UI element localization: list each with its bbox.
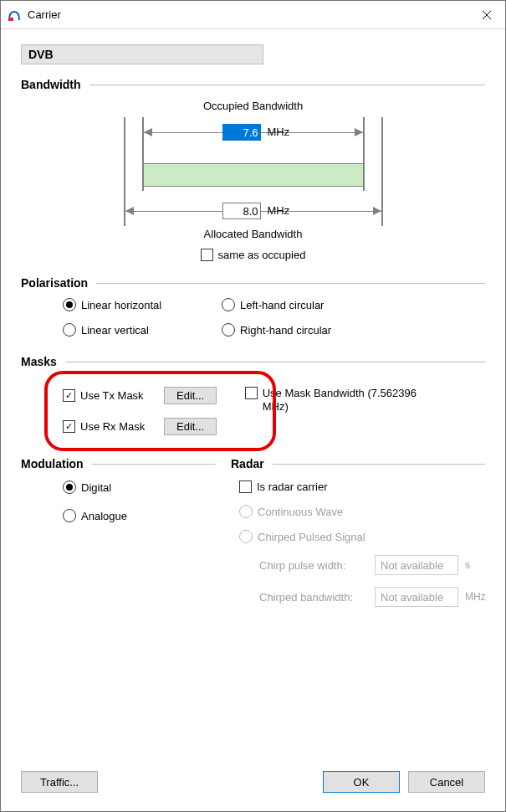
same-as-occupied-label: same as occupied — [218, 249, 306, 261]
chirp-width-label: Chirp pulse width: — [259, 559, 368, 572]
bandwidth-label: Bandwidth — [21, 78, 81, 91]
app-icon — [8, 8, 21, 22]
chirp-width-unit: s — [465, 559, 485, 571]
same-as-occupied-checkbox[interactable]: ✓ — [201, 249, 213, 261]
modulation-header: Modulation — [21, 457, 216, 470]
polarisation-linear-vertical-radio[interactable] — [63, 323, 76, 337]
carrier-dialog: Carrier DVB Bandwidth Occupied Bandwidth — [0, 0, 506, 812]
is-radar-checkbox[interactable]: ✓ — [239, 481, 252, 493]
radar-cps-label: Chirped Pulsed Signal — [258, 531, 365, 543]
modulation-digital-radio[interactable] — [63, 481, 76, 494]
masks-header: Masks — [21, 355, 485, 368]
bandwidth-bar — [143, 163, 364, 187]
allocated-unit: MHz — [268, 204, 290, 217]
allocated-caption: Allocated Bandwidth — [204, 228, 303, 240]
use-rx-mask-checkbox[interactable]: ✓ — [63, 420, 75, 433]
radar-cw-label: Continuous Wave — [258, 506, 343, 518]
chirped-bw-label: Chirped bandwidth: — [259, 591, 368, 604]
cancel-button[interactable]: Cancel — [408, 771, 485, 793]
polarisation-label: Polarisation — [21, 276, 88, 290]
occupied-caption: Occupied Bandwidth — [203, 100, 303, 112]
polarisation-lc-label: Left-hand circular — [240, 299, 324, 311]
polarisation-linear-horizontal-radio[interactable] — [63, 298, 76, 311]
modulation-analogue-label: Analogue — [81, 510, 127, 522]
use-rx-mask-label: Use Rx Mask — [80, 420, 164, 433]
polarisation-header: Polarisation — [21, 276, 485, 290]
ok-button[interactable]: OK — [323, 771, 400, 793]
svg-rect-0 — [8, 18, 13, 21]
chirped-bw-value: Not available — [375, 587, 458, 607]
window-title: Carrier — [28, 8, 61, 21]
radar-label: Radar — [231, 457, 264, 470]
chirp-width-value: Not available — [375, 555, 458, 575]
occupied-bandwidth-input[interactable] — [222, 124, 261, 141]
use-mask-bandwidth-checkbox[interactable]: ✓ — [245, 387, 257, 399]
polarisation-options: Linear horizontal Left-hand circular Lin… — [63, 298, 485, 337]
close-icon — [483, 11, 491, 19]
polarisation-lv-label: Linear vertical — [81, 324, 149, 337]
polarisation-rc-label: Right-hand circular — [240, 324, 331, 337]
polarisation-left-circular-radio[interactable] — [222, 298, 235, 311]
carrier-name-banner: DVB — [21, 44, 263, 64]
dialog-footer: Traffic... OK Cancel — [1, 771, 505, 811]
modulation-label: Modulation — [21, 457, 84, 470]
edit-tx-mask-button[interactable]: Edit... — [164, 387, 217, 404]
is-radar-label: Is radar carrier — [257, 481, 328, 493]
radar-chirped-pulsed-radio — [239, 530, 253, 543]
bandwidth-header: Bandwidth — [21, 78, 485, 91]
occupied-unit: MHz — [268, 126, 290, 138]
modulation-analogue-radio[interactable] — [63, 509, 76, 522]
dialog-content: DVB Bandwidth Occupied Bandwidth MHz — [1, 29, 505, 771]
radar-continuous-wave-radio — [239, 505, 253, 518]
masks-body: ✓ Use Tx Mask Edit... ✓ Use Rx Mask Edit… — [21, 375, 485, 442]
edit-rx-mask-button[interactable]: Edit... — [164, 418, 217, 435]
radar-header: Radar — [231, 457, 485, 470]
masks-label: Masks — [21, 355, 57, 368]
titlebar: Carrier — [1, 1, 505, 29]
modulation-digital-label: Digital — [81, 481, 111, 494]
polarisation-right-circular-radio[interactable] — [222, 323, 235, 337]
bandwidth-diagram: Occupied Bandwidth MHz — [21, 98, 485, 261]
allocated-bandwidth-input[interactable] — [222, 203, 261, 219]
use-tx-mask-checkbox[interactable]: ✓ — [63, 389, 75, 402]
use-tx-mask-label: Use Tx Mask — [80, 389, 164, 402]
traffic-button[interactable]: Traffic... — [21, 771, 98, 793]
polarisation-lh-label: Linear horizontal — [81, 299, 161, 311]
chirped-bw-unit: MHz — [465, 591, 485, 603]
use-mask-bandwidth-label: Use Mask Bandwidth (7.562396 MHz) — [263, 387, 438, 414]
close-button[interactable] — [468, 1, 505, 28]
